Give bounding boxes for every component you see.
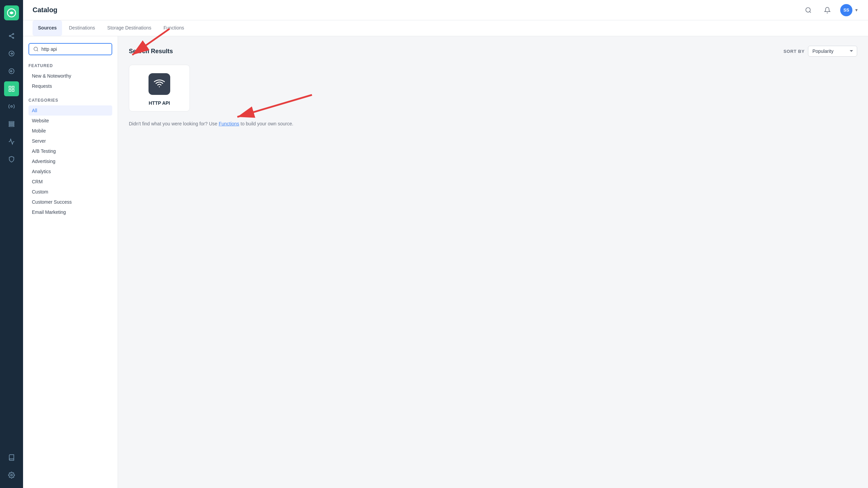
card-http-api[interactable]: HTTP API	[129, 65, 190, 111]
tab-destinations[interactable]: Destinations	[63, 20, 100, 36]
svg-point-21	[34, 47, 38, 51]
filter-server[interactable]: Server	[28, 136, 112, 146]
filter-requests[interactable]: Requests	[28, 81, 112, 91]
sidebar-item-destinations[interactable]	[4, 64, 19, 79]
sidebar-item-catalog[interactable]	[4, 81, 19, 96]
header-actions: SS ▼	[802, 4, 859, 16]
sidebar-item-sources[interactable]	[4, 46, 19, 61]
user-menu[interactable]: SS ▼	[840, 4, 859, 16]
filter-ab-testing[interactable]: A/B Testing	[28, 146, 112, 156]
not-found-prefix: Didn't find what you were looking for? U…	[129, 121, 219, 126]
main-container: Catalog SS ▼ Sources Destinations Storag…	[23, 0, 868, 488]
functions-link[interactable]: Functions	[219, 121, 239, 126]
sidebar-item-integrations[interactable]	[4, 99, 19, 114]
tab-storage-destinations[interactable]: Storage Destinations	[102, 20, 157, 36]
chevron-down-icon: ▼	[854, 8, 859, 13]
tabs-bar: Sources Destinations Storage Destination…	[23, 20, 868, 36]
logo[interactable]	[4, 5, 19, 20]
filter-advertising[interactable]: Advertising	[28, 156, 112, 166]
svg-rect-10	[9, 86, 11, 88]
svg-rect-15	[9, 122, 14, 123]
card-name-http-api: HTTP API	[149, 100, 170, 106]
sidebar-item-privacy[interactable]	[4, 152, 19, 167]
header: Catalog SS ▼	[23, 0, 868, 20]
featured-label: FEATURED	[28, 63, 112, 68]
sidebar-item-schema[interactable]	[4, 117, 19, 131]
svg-point-19	[806, 7, 810, 12]
svg-point-3	[13, 37, 14, 38]
filter-all[interactable]: All	[28, 105, 112, 116]
svg-line-22	[37, 50, 38, 51]
filter-analytics[interactable]: Analytics	[28, 166, 112, 177]
filter-customer-success[interactable]: Customer Success	[28, 197, 112, 207]
tab-functions[interactable]: Functions	[158, 20, 190, 36]
filter-crm[interactable]: CRM	[28, 177, 112, 187]
tab-sources[interactable]: Sources	[33, 20, 62, 36]
sidebar-item-settings[interactable]	[4, 468, 19, 483]
notifications-button[interactable]	[821, 4, 833, 16]
svg-rect-12	[9, 89, 11, 92]
search-box[interactable]	[28, 43, 112, 55]
svg-point-18	[11, 474, 13, 476]
filter-panel: FEATURED New & Noteworthy Requests CATEG…	[23, 36, 118, 488]
svg-rect-11	[12, 86, 14, 88]
page-title: Catalog	[33, 6, 57, 14]
svg-point-14	[11, 106, 13, 107]
svg-line-4	[11, 34, 13, 36]
sort-select[interactable]: Popularity Name Recently Added	[808, 46, 857, 57]
card-icon-http-api	[149, 73, 170, 95]
results-area: Search Results SORT BY Popularity Name R…	[118, 36, 868, 488]
svg-rect-16	[9, 123, 14, 124]
search-input[interactable]	[41, 46, 107, 52]
svg-point-1	[13, 34, 14, 35]
sidebar-item-analytics[interactable]	[4, 134, 19, 149]
filter-new-noteworthy[interactable]: New & Noteworthy	[28, 71, 112, 81]
sidebar-item-connections[interactable]	[4, 28, 19, 43]
avatar: SS	[840, 4, 852, 16]
filter-email-marketing[interactable]: Email Marketing	[28, 207, 112, 217]
sort-container: SORT BY Popularity Name Recently Added	[784, 46, 857, 57]
results-header: Search Results SORT BY Popularity Name R…	[129, 46, 857, 57]
filter-custom[interactable]: Custom	[28, 187, 112, 197]
filter-website[interactable]: Website	[28, 116, 112, 126]
content-area: FEATURED New & Noteworthy Requests CATEG…	[23, 36, 868, 488]
svg-point-2	[9, 35, 10, 36]
svg-line-20	[810, 11, 811, 13]
svg-rect-13	[12, 89, 14, 92]
sort-label: SORT BY	[784, 49, 805, 54]
not-found-text: Didn't find what you were looking for? U…	[129, 121, 857, 126]
svg-line-5	[11, 36, 13, 38]
sidebar	[0, 0, 23, 488]
not-found-suffix: to build your own source.	[239, 121, 294, 126]
filter-mobile[interactable]: Mobile	[28, 126, 112, 136]
sidebar-item-docs[interactable]	[4, 450, 19, 465]
search-icon	[33, 46, 39, 52]
categories-label: CATEGORIES	[28, 98, 112, 103]
results-title: Search Results	[129, 48, 173, 55]
cards-grid: HTTP API	[129, 65, 857, 111]
svg-rect-17	[9, 125, 14, 126]
search-button[interactable]	[802, 4, 814, 16]
